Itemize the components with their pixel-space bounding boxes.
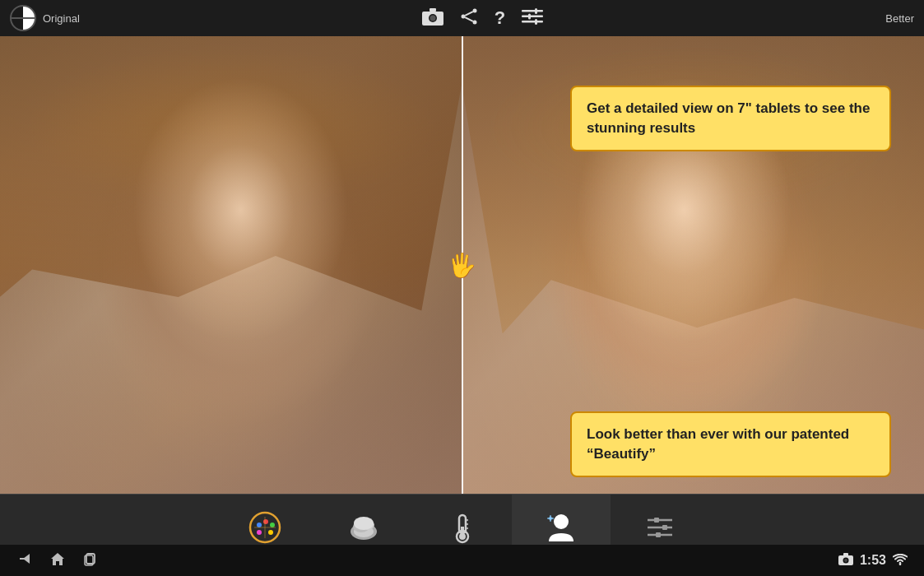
settings-icon[interactable] <box>522 7 543 30</box>
nav-icons <box>16 550 99 571</box>
svg-marker-44 <box>51 553 64 565</box>
svg-rect-9 <box>522 10 543 12</box>
svg-rect-43 <box>20 558 26 560</box>
tweak-icon <box>643 510 677 550</box>
svg-point-31 <box>459 533 466 540</box>
help-icon[interactable]: ? <box>495 7 505 29</box>
svg-rect-3 <box>429 8 436 12</box>
tooltip-beautify: Look better than ever with our patented … <box>570 411 891 477</box>
split-handle[interactable]: 🖐️ <box>446 249 479 281</box>
svg-point-35 <box>554 514 569 529</box>
top-icons: ? <box>422 7 543 30</box>
svg-rect-50 <box>843 553 848 556</box>
svg-rect-14 <box>535 19 537 25</box>
svg-point-20 <box>257 530 262 535</box>
time-display: 1:53 <box>860 553 886 568</box>
label-original: Original <box>43 12 80 25</box>
svg-point-4 <box>472 8 476 12</box>
back-icon[interactable] <box>16 550 33 571</box>
status-camera-icon <box>838 553 853 568</box>
svg-point-6 <box>461 14 465 18</box>
app-logo <box>10 5 36 31</box>
label-better: Better <box>885 12 914 25</box>
wifi-icon <box>893 554 908 568</box>
svg-rect-40 <box>662 525 667 530</box>
recents-icon[interactable] <box>82 550 99 571</box>
image-original <box>0 36 462 494</box>
share-icon[interactable] <box>460 7 478 30</box>
svg-point-16 <box>257 523 262 527</box>
top-left-section: Original <box>10 5 80 31</box>
svg-rect-12 <box>535 8 537 14</box>
camera-icon[interactable] <box>422 7 443 30</box>
svg-point-2 <box>429 15 435 21</box>
svg-point-18 <box>270 523 275 527</box>
fix-icon <box>248 510 282 550</box>
svg-point-5 <box>472 20 476 24</box>
svg-rect-11 <box>522 21 543 23</box>
beautify-icon <box>544 510 578 550</box>
svg-rect-41 <box>656 532 661 537</box>
top-bar: Original ? <box>0 0 924 36</box>
svg-point-49 <box>844 559 847 562</box>
svg-rect-39 <box>654 518 659 523</box>
fix-dark-icon <box>346 510 381 550</box>
svg-line-7 <box>465 12 473 16</box>
svg-point-19 <box>268 530 273 535</box>
fix-tint-icon <box>445 510 480 550</box>
svg-point-17 <box>263 519 268 524</box>
svg-point-27 <box>354 517 374 530</box>
status-right: 1:53 <box>838 553 908 568</box>
tooltip-tablet-view: Get a detailed view on 7" tablets to see… <box>570 86 891 151</box>
home-icon[interactable] <box>49 550 66 571</box>
svg-rect-10 <box>522 15 543 17</box>
svg-line-8 <box>465 17 473 21</box>
svg-rect-13 <box>528 13 531 19</box>
nav-bar: 1:53 <box>0 545 924 576</box>
image-area[interactable]: 🖐️ Get a detailed view on 7" tablets to … <box>0 36 924 494</box>
